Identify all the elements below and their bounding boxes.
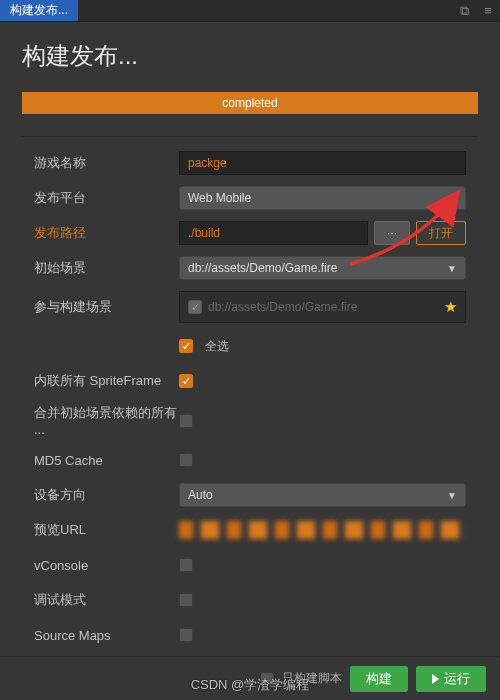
debug-checkbox[interactable] (179, 593, 193, 607)
select-all-label: 全选 (205, 338, 229, 355)
label-included-scenes: 参与构建场景 (34, 298, 179, 316)
platform-value: Web Mobile (188, 191, 251, 205)
watermark: CSDN @学渣学编程 (191, 676, 310, 694)
label-game-name: 游戏名称 (34, 154, 179, 172)
label-vconsole: vConsole (34, 558, 179, 573)
label-orientation: 设备方向 (34, 486, 179, 504)
menu-icon[interactable]: ≡ (476, 0, 500, 21)
select-all-checkbox[interactable] (179, 339, 193, 353)
md5-checkbox[interactable] (179, 453, 193, 467)
merge-deps-checkbox[interactable] (179, 414, 193, 428)
label-source-maps: Source Maps (34, 628, 179, 643)
popout-icon[interactable]: ⧉ (452, 0, 476, 21)
scene-list-item[interactable]: db://assets/Demo/Game.fire ★ (179, 291, 466, 323)
start-scene-select[interactable]: db://assets/Demo/Game.fire ▼ (179, 256, 466, 280)
star-icon[interactable]: ★ (444, 298, 457, 316)
game-name-input[interactable] (179, 151, 466, 175)
label-preview-url: 预览URL (34, 521, 179, 539)
scene-path: db://assets/Demo/Game.fire (208, 300, 444, 314)
titlebar: 构建发布... ⧉ ≡ (0, 0, 500, 22)
progress-bar: completed (22, 92, 478, 114)
build-path-input[interactable] (179, 221, 368, 245)
inline-sprite-checkbox[interactable] (179, 374, 193, 388)
chevron-down-icon: ▼ (447, 263, 457, 274)
label-build-path: 发布路径 (34, 224, 179, 242)
chevron-down-icon: ▼ (447, 490, 457, 501)
label-start-scene: 初始场景 (34, 259, 179, 277)
build-button[interactable]: 构建 (350, 666, 408, 692)
window-tab[interactable]: 构建发布... (0, 0, 78, 21)
label-md5: MD5 Cache (34, 453, 179, 468)
divider (22, 136, 478, 137)
chevron-down-icon: ▼ (447, 193, 457, 204)
label-platform: 发布平台 (34, 189, 179, 207)
open-button[interactable]: 打开 (416, 221, 466, 245)
preview-url-value (179, 521, 466, 539)
orientation-value: Auto (188, 488, 213, 502)
label-merge-deps: 合并初始场景依赖的所有 ... (34, 404, 179, 437)
source-maps-checkbox[interactable] (179, 628, 193, 642)
label-debug: 调试模式 (34, 591, 179, 609)
browse-button[interactable]: ··· (374, 221, 410, 245)
platform-select[interactable]: Web Mobile ▼ (179, 186, 466, 210)
label-inline-sprite: 内联所有 SpriteFrame (34, 372, 179, 390)
start-scene-value: db://assets/Demo/Game.fire (188, 261, 337, 275)
vconsole-checkbox[interactable] (179, 558, 193, 572)
page-title: 构建发布... (22, 40, 478, 72)
scene-checkbox[interactable] (188, 300, 202, 314)
orientation-select[interactable]: Auto ▼ (179, 483, 466, 507)
progress-label: completed (222, 96, 277, 110)
run-button[interactable]: 运行 (416, 666, 486, 692)
